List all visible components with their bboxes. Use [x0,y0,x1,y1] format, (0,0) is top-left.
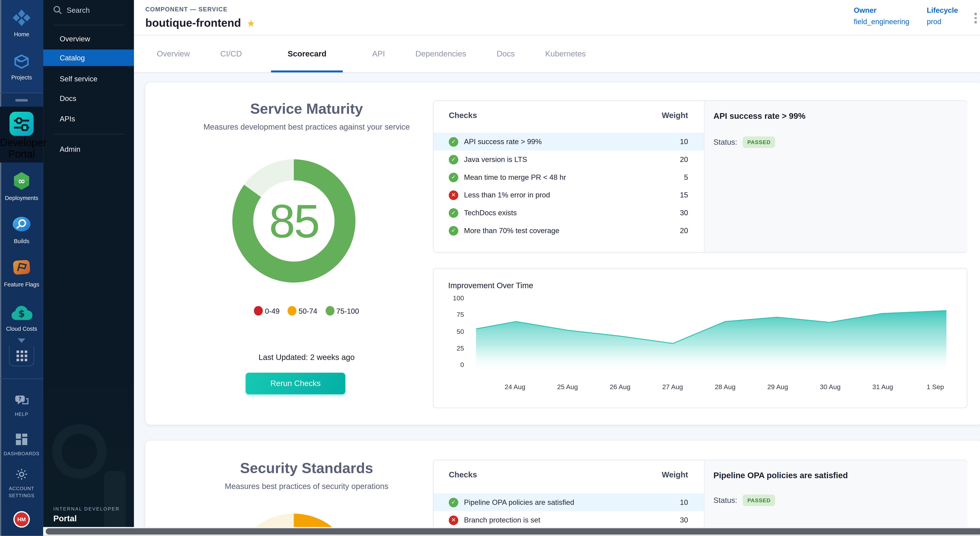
sidebar-divider [53,134,124,135]
legend-label: 75-100 [336,307,359,315]
check-weight: 30 [680,209,688,216]
check-name: Branch protection is set [464,516,680,524]
rail-item-builds[interactable]: Builds [0,215,43,245]
improvement-chart-card: Improvement Over Time 1007550250 24 Aug2… [433,268,967,408]
rerun-checks-button[interactable]: Rerun Checks [246,373,345,394]
more-menu-icon[interactable] [970,11,980,25]
weight-column-header: Weight [658,111,688,120]
sidebar-item-overview[interactable]: Overview [43,30,134,47]
check-weight: 20 [680,227,688,234]
sidebar-item-docs[interactable]: Docs [43,90,134,107]
module-label: Portal [8,149,35,159]
check-name: More than 70% test coverage [464,227,680,234]
check-name: Mean time to merge PR < 48 hr [464,173,684,181]
check-row[interactable]: ✓API success rate > 99%10 [434,133,704,151]
rail-divider [0,93,43,93]
sidebar-item-admin[interactable]: Admin [43,141,134,157]
y-axis-tick: 50 [445,328,464,335]
legend-item: 0-49 [254,306,280,316]
owner-value[interactable]: field_engineering [854,18,910,25]
status-label: Status: [713,138,737,146]
weight-column-header: Weight [658,471,688,479]
check-name: Java version is LTS [464,156,680,163]
check-name: API success rate > 99% [464,138,680,145]
rail-item-deployments[interactable]: ∞Deployments [0,171,43,202]
pipeline-decoration [52,424,107,479]
horizontal-scrollbar[interactable] [43,527,980,536]
check-pass-icon: ✓ [449,208,458,218]
tab-api[interactable]: API [371,35,386,72]
x-axis-tick: 26 Aug [601,383,639,391]
sidebar-item-apis[interactable]: APIs [43,111,134,127]
lifecycle-value[interactable]: prod [927,18,942,25]
check-row[interactable]: ✓Pipeline OPA policies are satisfied10 [434,493,704,511]
developer-portal-icon [10,112,34,136]
check-row[interactable]: ✓Mean time to merge PR < 48 hr5 [434,168,704,186]
rail-item-home[interactable]: Home [0,9,43,38]
tab-docs[interactable]: Docs [495,35,516,72]
check-pass-icon: ✓ [449,137,458,146]
favorite-star-icon[interactable]: ★ [247,17,255,29]
x-axis-tick: 1 Sep [916,383,955,391]
search-input[interactable]: Search [53,6,90,14]
search-icon [53,6,62,14]
sidebar-item-self-service[interactable]: Self service [43,70,134,87]
score-legend: 0-4950-7475-100 [158,306,456,316]
sidebar-item-developer-portal[interactable]: Developer Portal [0,107,43,162]
check-name: Less than 1% error in prod [464,191,680,199]
check-pass-icon: ✓ [449,226,458,235]
tab-overview[interactable]: Overview [156,35,191,72]
rail-collapse-handle[interactable] [15,99,28,102]
check-row[interactable]: ✓More than 70% test coverage20 [434,221,704,239]
avatar[interactable]: HM [13,511,30,528]
page-title: boutique-frontend [145,16,241,30]
chevron-down-icon[interactable] [18,339,25,343]
score-value: 85 [232,159,355,283]
legend-dot [288,306,296,316]
legend-label: 0-49 [265,307,280,315]
tab-kubernetes[interactable]: Kubernetes [544,35,587,72]
footer-eyebrow: INTERNAL DEVELOPER [53,506,120,512]
rail-item-account-settings[interactable]: ACCOUNTSETTINGS [0,468,43,499]
feature-flags-icon [12,268,31,279]
rail-item-projects[interactable]: Projects [0,53,43,81]
rail-item-feature-flags[interactable]: Feature Flags [0,258,43,288]
x-axis-tick: 27 Aug [654,383,692,391]
rail-item-cloud-costs[interactable]: $Cloud Costs [0,305,43,332]
module-grid-button[interactable] [9,346,34,366]
harness-home-icon [12,18,31,29]
y-axis-tick: 100 [445,294,464,302]
lifecycle-meta[interactable]: Lifecycle prod [927,6,958,25]
area-chart [475,296,948,375]
owner-meta[interactable]: Owner field_engineering [854,6,910,25]
projects-box-icon [13,61,30,72]
check-detail-panel: API success rate > 99% Status: PASSED [704,101,967,252]
rail-item-help[interactable]: ?HELP [0,395,43,418]
scorecard-subtitle: Measures development best practices agai… [158,122,456,131]
footer-title: Portal [53,514,120,523]
status-badge: PASSED [743,495,775,506]
scrollbar-thumb[interactable] [46,528,980,534]
check-weight: 10 [680,138,688,145]
tab-dependencies[interactable]: Dependencies [414,35,468,72]
check-row[interactable]: ✕Less than 1% error in prod15 [434,186,704,204]
svg-text:?: ? [18,396,21,402]
sidebar-divider [53,25,124,25]
tab-scorecard[interactable]: Scorecard [271,35,343,72]
check-fail-icon: ✕ [449,190,458,200]
legend-label: 50-74 [299,307,317,315]
chart-title: Improvement Over Time [448,282,533,290]
legend-item: 50-74 [288,306,317,316]
service-maturity-card: Service Maturity Measures development be… [145,83,980,425]
tab-cicd[interactable]: CI/CD [219,35,243,72]
y-axis-tick: 0 [445,361,464,368]
lifecycle-label: Lifecycle [927,6,958,14]
check-row[interactable]: ✓Java version is LTS20 [434,151,704,169]
x-axis-tick: 24 Aug [496,383,534,391]
scorecard-subtitle: Measures best practices of security oper… [158,482,456,491]
legend-item: 75-100 [326,306,359,316]
rail-item-dashboards[interactable]: DASHBOARDS [0,433,43,457]
sidebar-item-catalog[interactable]: Catalog [43,49,134,66]
check-row[interactable]: ✓TechDocs exists30 [434,204,704,222]
check-row[interactable]: ✕Branch protection is set30 [434,511,704,529]
